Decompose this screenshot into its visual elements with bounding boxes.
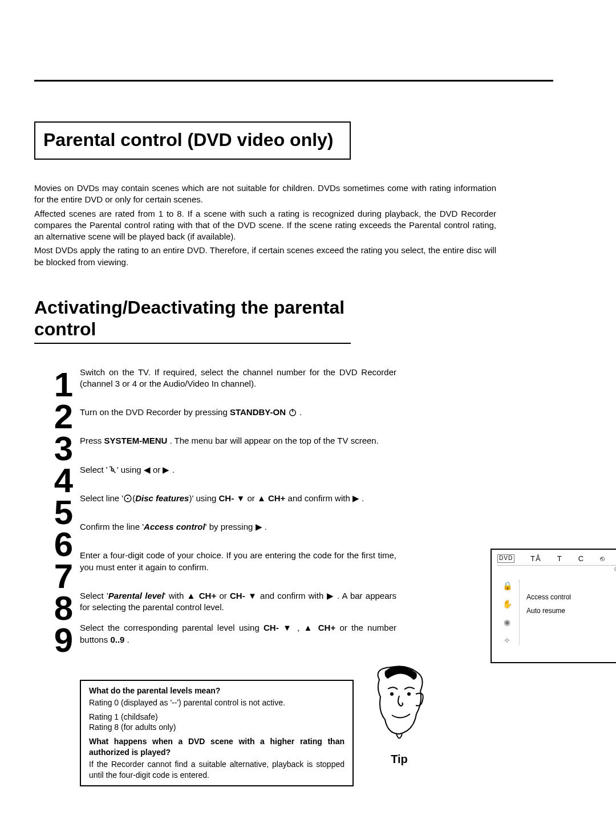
osd-lock-icon: 🔒 <box>502 581 512 590</box>
tip-a1c: Rating 8 (for adults only) <box>89 722 345 733</box>
face-icon <box>368 663 431 748</box>
osd-sparkle-icon: ✧ <box>504 636 510 645</box>
intro-p3: Most DVDs apply the rating to an entire … <box>34 245 496 268</box>
number-buttons-label: 0..9 <box>110 635 124 644</box>
tip-a2: If the Recorder cannot find a suitable a… <box>89 759 345 781</box>
num-2: 2 <box>34 401 80 433</box>
s5-h: . <box>359 493 364 503</box>
step-7: Enter a four-digit code of your choice. … <box>80 550 396 573</box>
step-2: Turn on the DVD Recorder by pressing STA… <box>80 407 396 418</box>
s8-e: or <box>216 591 230 600</box>
num-4: 4 <box>34 465 80 497</box>
ch-minus-label: CH- <box>219 493 234 503</box>
down-arrow-icon-2: ▼ <box>248 591 257 600</box>
s3-a: Press <box>80 436 104 445</box>
ch-minus-label-3: CH- <box>264 623 279 632</box>
section-box-title: Parental control (DVD video only) <box>34 121 351 160</box>
ch-plus-label-2: CH+ <box>199 591 216 600</box>
down-arrow-icon-3: ▼ <box>283 623 293 632</box>
num-7: 7 <box>34 561 80 593</box>
steps-text: Switch on the TV. If required, select th… <box>80 367 396 663</box>
s9-a: Select the corresponding parental level … <box>80 623 264 632</box>
right-arrow-icon-2: ▶ <box>352 493 359 503</box>
s4-b: ' using <box>117 465 144 474</box>
s8-c: ' with <box>164 591 187 600</box>
right-arrow-icon: ▶ <box>163 465 169 474</box>
s6-a: Confirm the line ' <box>80 522 144 531</box>
step-5: Select line '(Disc features)' using CH- … <box>80 493 396 504</box>
power-icon <box>288 408 297 417</box>
parental-level-label: Parental level <box>108 591 164 600</box>
ch-plus-label: CH+ <box>268 493 285 503</box>
tip-q2: What happens when a DVD scene with a hig… <box>89 736 345 758</box>
right-arrow-icon-4: ▶ <box>327 591 334 600</box>
s8-a: Select ' <box>80 591 108 600</box>
standby-on-label: STANDBY-ON <box>230 407 286 417</box>
ch-plus-label-3: CH+ <box>318 623 335 632</box>
svg-point-5 <box>390 692 394 696</box>
step-9: Select the corresponding parental level … <box>80 622 396 646</box>
svg-point-6 <box>407 692 411 696</box>
num-1: 1 <box>34 369 80 401</box>
tip-q1: What do the parental levels mean? <box>89 685 345 696</box>
tip-box: What do the parental levels mean? Rating… <box>80 680 445 786</box>
s5-c: )' using <box>189 493 218 503</box>
step-6: Confirm the line 'Access control' by pre… <box>80 521 396 533</box>
up-arrow-icon-2: ▲ <box>187 591 196 600</box>
s2-end: . <box>297 407 302 417</box>
s9-c: , <box>293 623 304 632</box>
step-numbers: 1 2 3 4 5 6 7 8 9 <box>34 367 80 656</box>
step-3: Press SYSTEM-MENU . The menu bar will ap… <box>80 435 396 447</box>
disc-features-label: Disc features <box>135 493 189 503</box>
subsection-underline <box>34 343 351 344</box>
osd-record-icon: ◉ <box>504 618 510 627</box>
step-8: Select 'Parental level' with ▲ CH+ or CH… <box>80 590 396 614</box>
s8-g: and confirm with <box>257 591 327 600</box>
num-9: 9 <box>34 624 80 656</box>
wrench-icon <box>108 465 117 474</box>
num-3: 3 <box>34 433 80 465</box>
up-arrow-icon-3: ▲ <box>304 623 314 632</box>
tip-a1a: Rating 0 (displayed as '--') parental co… <box>89 697 345 708</box>
osd-row2-key: Auto resume <box>526 607 565 617</box>
num-5: 5 <box>34 497 80 529</box>
s5-a: Select line ' <box>80 493 123 503</box>
ch-minus-label-2: CH- <box>230 591 245 600</box>
top-rule <box>34 80 553 82</box>
s3-c: . The menu bar will appear on the top of… <box>167 436 379 445</box>
s6-c: ' by pressing <box>205 522 256 531</box>
access-control-label: Access control <box>144 522 205 531</box>
intro-p2: Affected scenes are rated from 1 to 8. I… <box>34 208 496 243</box>
down-arrow-icon: ▼ <box>236 493 245 503</box>
osd-top-d: ⎋ <box>600 554 605 563</box>
subsection-title: Activating/Deactivating the parental con… <box>34 297 405 340</box>
osd-top-c: C <box>578 554 584 563</box>
left-arrow-icon: ◀ <box>144 465 151 474</box>
s9-g: . <box>124 635 129 644</box>
system-menu-label: SYSTEM-MENU <box>104 436 168 445</box>
tip-label: Tip <box>365 753 433 766</box>
osd-row1-key: Access control <box>526 593 571 603</box>
s6-d: . <box>262 522 267 531</box>
tip-face: Tip <box>365 663 433 766</box>
osd-hand-icon: ✋ <box>502 599 512 608</box>
svg-point-4 <box>127 497 129 499</box>
s5-g: and confirm with <box>285 493 352 503</box>
s4-a: Select ' <box>80 465 108 474</box>
up-arrow-icon: ▲ <box>257 493 266 503</box>
s5-e: or <box>245 493 257 503</box>
svg-point-2 <box>111 469 114 471</box>
intro-p1: Movies on DVDs may contain scenes which … <box>34 182 496 206</box>
osd-top-a: TÅ <box>530 554 541 563</box>
intro-block: Movies on DVDs may contain scenes which … <box>34 182 553 268</box>
s4-c: or <box>151 465 163 474</box>
osd-dvd-badge: DVD <box>497 554 514 563</box>
step-4: Select '' using ◀ or ▶ . <box>80 464 396 476</box>
s4-d: . <box>169 465 174 474</box>
s2-text: Turn on the DVD Recorder by pressing <box>80 407 230 417</box>
num-6: 6 <box>34 529 80 561</box>
osd-top-b: T <box>557 554 562 563</box>
osd-screenshot: DVD TÅ T C ⎋ ▭ ✎ ⊕ off no off 🔒 ✋ ◉ <box>491 549 616 663</box>
step-1: Switch on the TV. If required, select th… <box>80 367 396 390</box>
disc-icon <box>123 494 132 503</box>
